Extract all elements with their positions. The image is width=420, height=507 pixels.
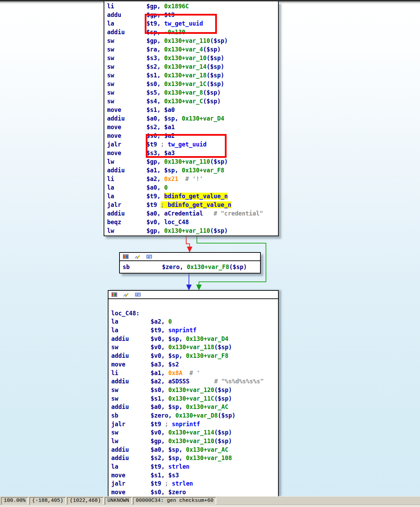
disassembly-code: li$gp, 0x1896Caddu$gp, $t9la$t9, tw_get_… (104, 1, 278, 235)
palette-icon[interactable] (112, 292, 117, 297)
status-analysis-state: UNKNOWN (105, 497, 132, 505)
status-bar: 100.00% (-188,405) (1022,468) UNKNOWN 00… (0, 496, 420, 505)
asm-line[interactable]: la$a2, 0 (111, 317, 278, 326)
basic-block-bottom[interactable]: loc_C48:la$a2, 0la$t9, snprintfaddiu$v0,… (108, 290, 279, 496)
asm-line[interactable]: sw$s5, 0x130+var_8($sp) (107, 88, 278, 97)
asm-line[interactable]: sw$ra, 0x130+var_4($sp) (107, 45, 278, 54)
emphasis-box-tw-get-uuid-jalr (146, 134, 227, 158)
asm-line[interactable]: jalr$t9 ; strlen (111, 479, 278, 488)
basic-block-top[interactable]: li$gp, 0x1896Caddu$gp, $t9la$t9, tw_get_… (104, 1, 279, 236)
asm-line[interactable]: addiu$a2, aSDSSS # "%s%d%s%s%s" (111, 377, 278, 386)
node-titlebar[interactable] (120, 253, 260, 261)
palette-icon[interactable] (123, 254, 128, 259)
asm-line[interactable]: addiu$a1, $sp, 0x130+var_F8 (107, 166, 278, 175)
chart-edit-icon[interactable] (123, 292, 129, 297)
asm-line[interactable]: sw$s2, 0x130+var_14($sp) (107, 63, 278, 71)
frame-icon[interactable] (135, 292, 141, 297)
asm-line[interactable]: li$a1, 0x8A # ' (111, 369, 278, 377)
asm-line[interactable]: addiu$a0, aCredential # "credential" (107, 209, 278, 218)
asm-line[interactable]: sw$s0, 0x130+var_1C($sp) (107, 80, 278, 88)
asm-line[interactable]: addiu$s2, $sp, 0x130+var_108 (111, 454, 278, 462)
edge-blue-fallthrough (186, 274, 192, 290)
asm-line[interactable]: addiu$a0, $sp, 0x130+var_D4 (107, 114, 278, 123)
asm-line[interactable] (111, 300, 278, 309)
chart-edit-icon[interactable] (135, 254, 140, 259)
asm-line[interactable]: loc_C48: (111, 309, 278, 318)
asm-line[interactable]: sw$s1, 0x130+var_18($sp) (107, 71, 278, 80)
emphasis-box-tw-get-uuid-la (145, 14, 217, 34)
asm-line[interactable]: li$a2, 0x21 # '!' (107, 175, 278, 183)
asm-line[interactable]: move$s0, $zero (111, 488, 278, 496)
edge-red-false-branch (186, 236, 192, 252)
asm-line[interactable]: sw$s4, 0x130+var_C($sp) (107, 97, 278, 106)
asm-line[interactable]: lw$gp, 0x130+var_110($sp) (107, 157, 278, 166)
asm-line[interactable]: la$a0, 0 (107, 183, 278, 192)
asm-line[interactable]: move$a3, $s2 (111, 360, 278, 369)
asm-line[interactable]: la$t9, bdinfo_get_value_n (107, 192, 278, 201)
asm-line[interactable]: la$t9, snprintf (111, 326, 278, 335)
asm-line[interactable]: jalr$t9 ; snprintf (111, 420, 278, 429)
asm-line[interactable]: sb$zero, 0x130+var_D8($sp) (111, 411, 278, 420)
status-graph-coords: (1022,468) (67, 497, 104, 505)
disassembly-code: sb$zero, 0x130+var_F8($sp) (120, 261, 260, 271)
asm-line[interactable]: sw$v0, 0x130+var_118($sp) (111, 343, 278, 352)
status-address: 00000C34: gen checksum+60 (133, 497, 216, 505)
asm-line[interactable]: sw$gp, 0x130+var_110($sp) (107, 37, 278, 45)
asm-line[interactable]: jalr$t9 ; bdinfo_get_value_n (107, 201, 278, 209)
frame-icon[interactable] (146, 254, 152, 259)
asm-line[interactable]: sw$s0, 0x130+var_120($sp) (111, 386, 278, 394)
asm-line[interactable]: sw$s1, 0x130+var_11C($sp) (111, 394, 278, 403)
asm-line[interactable]: addiu$v0, $sp, 0x130+var_D4 (111, 335, 278, 343)
asm-line[interactable]: li$gp, 0x1896C (107, 2, 278, 11)
asm-line[interactable]: addiu$a0, $sp, 0x130+var_AC (111, 403, 278, 411)
asm-line[interactable]: sw$s3, 0x130+var_10($sp) (107, 54, 278, 63)
asm-line[interactable]: lw$gp, 0x130+var_110($sp) (111, 437, 278, 446)
node-titlebar[interactable] (108, 291, 278, 299)
asm-line[interactable]: la$t9, strlen (111, 462, 278, 471)
asm-line[interactable]: sw$v0, 0x130+var_114($sp) (111, 428, 278, 437)
asm-line[interactable]: move$s1, $a0 (107, 106, 278, 114)
asm-line[interactable]: beqz$v0, loc_C48 (107, 218, 278, 227)
disassembly-code: loc_C48:la$a2, 0la$t9, snprintfaddiu$v0,… (108, 299, 278, 496)
status-cursor-coords: (-188,405) (29, 497, 66, 505)
status-zoom: 100.00% (1, 497, 28, 505)
asm-line[interactable]: move$s1, $s3 (111, 471, 278, 480)
basic-block-middle[interactable]: sb$zero, 0x130+var_F8($sp) (119, 252, 261, 274)
asm-line[interactable]: move$s2, $a1 (107, 123, 278, 132)
asm-line[interactable]: addiu$v0, $sp, 0x130+var_F8 (111, 352, 278, 360)
status-bar-under-strip (0, 505, 420, 507)
asm-line[interactable]: addiu$a0, $sp, 0x130+var_AC (111, 446, 278, 454)
asm-line[interactable]: lw$gp, 0x130+var_110($sp) (107, 227, 278, 235)
asm-line[interactable]: sb$zero, 0x130+var_F8($sp) (123, 263, 260, 271)
